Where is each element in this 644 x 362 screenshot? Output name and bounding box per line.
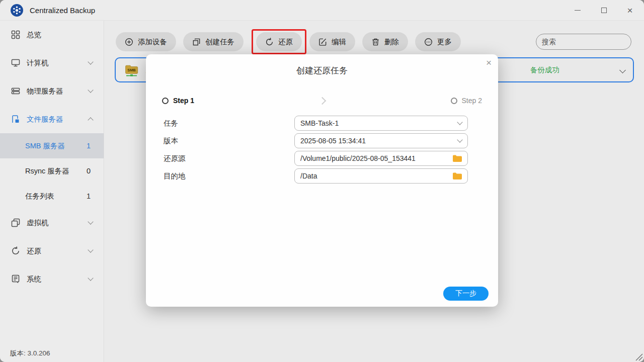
destination-value: /Data [300, 172, 452, 180]
restore-button-highlight: 还原 [252, 29, 306, 54]
chevron-down-icon [457, 119, 462, 125]
sidebar-item-task-list[interactable]: 任务列表 1 [0, 184, 104, 209]
create-restore-task-dialog: × 创建还原任务 Step 1 Step 2 任务 SMB-Task-1 版本 … [146, 54, 498, 307]
dialog-close-button[interactable]: × [486, 57, 492, 68]
button-label: 更多 [437, 37, 452, 47]
minimize-icon [575, 10, 581, 11]
close-window-button[interactable]: × [623, 3, 637, 17]
create-task-button[interactable]: 创建任务 [183, 32, 244, 51]
minimize-button[interactable] [571, 3, 585, 17]
sidebar-item-smb-server[interactable]: SMB 服务器 1 [0, 133, 104, 158]
destination-field-row: 目的地 /Data [164, 168, 498, 184]
maximize-button[interactable] [597, 3, 611, 17]
grid-icon [11, 30, 20, 39]
chevron-down-icon [88, 59, 93, 64]
app-version-label: 版本: 3.0.206 [10, 349, 50, 358]
sidebar-item-label: 系统 [27, 275, 41, 284]
button-label: 删除 [384, 37, 399, 47]
restore-source-input[interactable]: /Volume1/public/2025-08-05_153441 [294, 151, 468, 166]
task-field-row: 任务 SMB-Task-1 [164, 116, 498, 131]
file-server-icon [11, 115, 20, 124]
version-field-row: 版本 2025-08-05 15:34:41 [164, 133, 498, 148]
sidebar-item-label: 任务列表 [25, 192, 54, 201]
chevron-down-icon [88, 247, 93, 252]
server-icon [11, 86, 20, 96]
restore-icon [11, 246, 20, 255]
destination-input[interactable]: /Data [294, 168, 468, 184]
count-badge: 1 [87, 142, 91, 150]
step-2-circle-icon [451, 98, 457, 104]
search-box [536, 34, 631, 50]
sidebar-item-label: 总览 [27, 30, 41, 40]
browse-folder-icon[interactable] [452, 154, 462, 162]
step-2-label: Step 2 [462, 97, 482, 105]
search-input[interactable] [542, 38, 633, 46]
chevron-right-icon [318, 97, 327, 105]
sidebar-item-label: 计算机 [27, 58, 49, 68]
sidebar-item-file-server[interactable]: 文件服务器 [0, 105, 104, 133]
chevron-down-icon [457, 137, 462, 142]
sidebar-item-label: 还原 [27, 246, 41, 256]
restore-button[interactable]: 还原 [256, 32, 302, 51]
count-badge: 1 [87, 192, 91, 200]
chevron-down-icon [88, 219, 93, 224]
sidebar-item-label: Rsync 服务器 [25, 166, 69, 176]
sidebar-item-overview[interactable]: 总览 [0, 21, 104, 49]
step-2: Step 2 [451, 97, 482, 105]
backup-status-label: 备份成功 [530, 65, 559, 75]
chevron-up-icon [88, 117, 93, 123]
app-title: Centralized Backup [30, 6, 95, 15]
next-step-button[interactable]: 下一步 [443, 287, 489, 301]
more-button[interactable]: 更多 [415, 32, 461, 51]
step-indicator: Step 1 Step 2 [162, 97, 482, 105]
button-label: 添加设备 [138, 37, 167, 47]
version-select[interactable]: 2025-08-05 15:34:41 [294, 133, 468, 148]
vm-icon [11, 218, 20, 227]
restore-icon [265, 38, 274, 46]
more-circle-icon [424, 38, 433, 46]
sidebar-item-restore[interactable]: 还原 [0, 237, 104, 265]
task-field-label: 任务 [164, 119, 294, 128]
sidebar: 总览 计算机 物理服务器 文件服务器 SMB 服务器 [0, 21, 104, 362]
step-1-circle-icon [162, 98, 169, 104]
row-expand-button[interactable] [620, 65, 625, 74]
sidebar-item-label: 物理服务器 [27, 86, 63, 96]
restore-source-field-row: 还原源 /Volume1/public/2025-08-05_153441 [164, 151, 498, 166]
sidebar-item-rsync-server[interactable]: Rsync 服务器 0 [0, 158, 104, 184]
task-select[interactable]: SMB-Task-1 [294, 116, 468, 131]
plus-circle-icon [125, 38, 133, 46]
sidebar-item-computer[interactable]: 计算机 [0, 49, 104, 77]
button-label: 创建任务 [205, 37, 234, 47]
edit-icon [318, 38, 327, 46]
count-badge: 0 [87, 167, 91, 175]
destination-field-label: 目的地 [164, 171, 294, 181]
button-label: 还原 [278, 37, 293, 47]
trash-icon [371, 38, 380, 46]
sidebar-item-label: 文件服务器 [27, 115, 63, 124]
dialog-title: 创建还原任务 [146, 54, 498, 76]
copy-icon [192, 38, 201, 46]
system-icon [11, 275, 20, 284]
chevron-down-icon [88, 275, 93, 281]
sidebar-item-physical-server[interactable]: 物理服务器 [0, 77, 104, 105]
monitor-icon [11, 58, 20, 67]
step-1-label: Step 1 [173, 97, 194, 105]
button-label: 编辑 [332, 37, 346, 47]
sidebar-item-virtual-machine[interactable]: 虚拟机 [0, 209, 104, 237]
smb-share-icon: SMB [124, 62, 139, 78]
restore-source-field-label: 还原源 [164, 154, 294, 163]
maximize-icon [601, 8, 607, 13]
svg-text:SMB: SMB [127, 67, 135, 72]
step-1: Step 1 [162, 97, 194, 105]
delete-button[interactable]: 删除 [362, 32, 408, 51]
close-icon: × [627, 6, 632, 15]
sidebar-item-system[interactable]: 系统 [0, 265, 104, 293]
chevron-down-icon [619, 67, 626, 73]
edit-button[interactable]: 编辑 [309, 32, 355, 51]
resize-grip[interactable] [633, 352, 643, 361]
app-window: Centralized Backup × 总览 计算机 [0, 0, 644, 362]
titlebar: Centralized Backup × [0, 0, 644, 21]
add-device-button[interactable]: 添加设备 [116, 32, 176, 51]
browse-folder-icon[interactable] [452, 172, 462, 180]
chevron-down-icon [88, 87, 93, 93]
